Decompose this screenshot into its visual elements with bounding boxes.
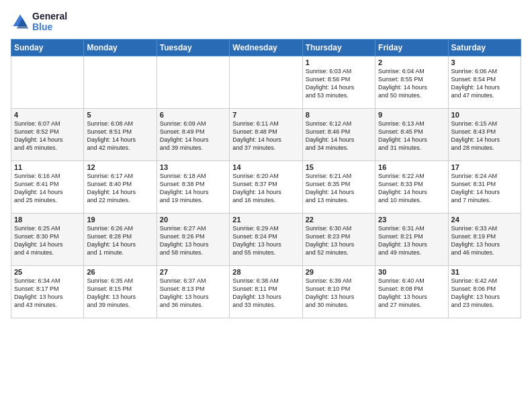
day-number: 25 — [14, 268, 81, 276]
cell-text: Sunrise: 6:24 AM Sunset: 8:31 PM Dayligh… — [451, 172, 518, 205]
header-row: General Blue — [11, 11, 521, 32]
cell-text: Sunrise: 6:39 AM Sunset: 8:10 PM Dayligh… — [306, 277, 372, 310]
cell-text: Sunrise: 6:13 AM Sunset: 8:45 PM Dayligh… — [378, 120, 445, 152]
day-number: 1 — [306, 58, 372, 66]
cell-text: Sunrise: 6:09 AM Sunset: 8:49 PM Dayligh… — [160, 120, 226, 152]
cell-text: Sunrise: 6:22 AM Sunset: 8:33 PM Dayligh… — [378, 172, 445, 205]
cell-text: Sunrise: 6:12 AM Sunset: 8:46 PM Dayligh… — [306, 120, 372, 152]
calendar-cell: 25Sunrise: 6:34 AM Sunset: 8:17 PM Dayli… — [11, 266, 84, 318]
calendar-cell: 3Sunrise: 6:06 AM Sunset: 8:54 PM Daylig… — [448, 56, 521, 109]
header-row-days: SundayMondayTuesdayWednesdayThursdayFrid… — [11, 40, 521, 56]
day-number: 11 — [14, 163, 81, 171]
week-row-2: 4Sunrise: 6:07 AM Sunset: 8:52 PM Daylig… — [11, 109, 521, 161]
week-row-5: 25Sunrise: 6:34 AM Sunset: 8:17 PM Dayli… — [11, 266, 521, 318]
calendar-cell: 23Sunrise: 6:31 AM Sunset: 8:21 PM Dayli… — [375, 214, 448, 266]
week-row-4: 18Sunrise: 6:25 AM Sunset: 8:30 PM Dayli… — [11, 214, 521, 266]
day-number: 27 — [160, 268, 226, 276]
cell-text: Sunrise: 6:17 AM Sunset: 8:40 PM Dayligh… — [87, 172, 153, 205]
cell-text: Sunrise: 6:40 AM Sunset: 8:08 PM Dayligh… — [378, 277, 445, 310]
cell-text: Sunrise: 6:34 AM Sunset: 8:17 PM Dayligh… — [14, 277, 81, 310]
header-monday: Monday — [84, 40, 157, 56]
calendar-cell: 18Sunrise: 6:25 AM Sunset: 8:30 PM Dayli… — [11, 214, 84, 266]
calendar-cell: 26Sunrise: 6:35 AM Sunset: 8:15 PM Dayli… — [84, 266, 157, 318]
calendar-cell: 7Sunrise: 6:11 AM Sunset: 8:48 PM Daylig… — [230, 109, 302, 161]
calendar-cell: 12Sunrise: 6:17 AM Sunset: 8:40 PM Dayli… — [84, 161, 157, 214]
day-number: 8 — [306, 111, 372, 119]
calendar-cell: 20Sunrise: 6:27 AM Sunset: 8:26 PM Dayli… — [157, 214, 229, 266]
cell-text: Sunrise: 6:27 AM Sunset: 8:26 PM Dayligh… — [160, 224, 226, 257]
day-number: 22 — [306, 216, 372, 224]
calendar-cell: 17Sunrise: 6:24 AM Sunset: 8:31 PM Dayli… — [448, 161, 521, 214]
cell-text: Sunrise: 6:30 AM Sunset: 8:23 PM Dayligh… — [306, 224, 372, 257]
day-number: 13 — [160, 163, 226, 171]
cell-text: Sunrise: 6:03 AM Sunset: 8:56 PM Dayligh… — [306, 67, 372, 100]
cell-text: Sunrise: 6:07 AM Sunset: 8:52 PM Dayligh… — [14, 120, 81, 152]
calendar-cell: 8Sunrise: 6:12 AM Sunset: 8:46 PM Daylig… — [302, 109, 375, 161]
day-number: 18 — [14, 216, 81, 224]
day-number: 12 — [87, 163, 153, 171]
cell-text: Sunrise: 6:08 AM Sunset: 8:51 PM Dayligh… — [87, 120, 153, 152]
cell-text: Sunrise: 6:20 AM Sunset: 8:37 PM Dayligh… — [232, 172, 299, 205]
day-number: 23 — [378, 216, 445, 224]
day-number: 24 — [451, 216, 518, 224]
calendar-table: SundayMondayTuesdayWednesdayThursdayFrid… — [11, 39, 521, 318]
cell-text: Sunrise: 6:18 AM Sunset: 8:38 PM Dayligh… — [160, 172, 226, 205]
calendar-cell: 15Sunrise: 6:21 AM Sunset: 8:35 PM Dayli… — [302, 161, 375, 214]
header-friday: Friday — [375, 40, 448, 56]
header-wednesday: Wednesday — [230, 40, 302, 56]
cell-text: Sunrise: 6:06 AM Sunset: 8:54 PM Dayligh… — [451, 67, 518, 100]
calendar-cell: 31Sunrise: 6:42 AM Sunset: 8:06 PM Dayli… — [448, 266, 521, 318]
calendar-cell: 14Sunrise: 6:20 AM Sunset: 8:37 PM Dayli… — [230, 161, 302, 214]
cell-text: Sunrise: 6:25 AM Sunset: 8:30 PM Dayligh… — [14, 224, 81, 257]
week-row-1: 1Sunrise: 6:03 AM Sunset: 8:56 PM Daylig… — [11, 56, 521, 109]
day-number: 15 — [306, 163, 372, 171]
day-number: 17 — [451, 163, 518, 171]
day-number: 16 — [378, 163, 445, 171]
calendar-cell: 11Sunrise: 6:16 AM Sunset: 8:41 PM Dayli… — [11, 161, 84, 214]
calendar-cell: 29Sunrise: 6:39 AM Sunset: 8:10 PM Dayli… — [302, 266, 375, 318]
cell-text: Sunrise: 6:16 AM Sunset: 8:41 PM Dayligh… — [14, 172, 81, 205]
header-tuesday: Tuesday — [157, 40, 229, 56]
day-number: 10 — [451, 111, 518, 119]
cell-text: Sunrise: 6:21 AM Sunset: 8:35 PM Dayligh… — [306, 172, 372, 205]
day-number: 9 — [378, 111, 445, 119]
day-number: 29 — [306, 268, 372, 276]
day-number: 3 — [451, 58, 518, 66]
cell-text: Sunrise: 6:26 AM Sunset: 8:28 PM Dayligh… — [87, 224, 153, 257]
day-number: 2 — [378, 58, 445, 66]
cell-text: Sunrise: 6:42 AM Sunset: 8:06 PM Dayligh… — [451, 277, 518, 310]
calendar-cell: 10Sunrise: 6:15 AM Sunset: 8:43 PM Dayli… — [448, 109, 521, 161]
calendar-cell: 5Sunrise: 6:08 AM Sunset: 8:51 PM Daylig… — [84, 109, 157, 161]
cell-text: Sunrise: 6:04 AM Sunset: 8:55 PM Dayligh… — [378, 67, 445, 100]
day-number: 7 — [232, 111, 299, 119]
cell-text: Sunrise: 6:33 AM Sunset: 8:19 PM Dayligh… — [451, 224, 518, 257]
day-number: 14 — [232, 163, 299, 171]
day-number: 6 — [160, 111, 226, 119]
cell-text: Sunrise: 6:38 AM Sunset: 8:11 PM Dayligh… — [232, 277, 299, 310]
logo-icon — [11, 12, 30, 31]
day-number: 21 — [232, 216, 299, 224]
calendar-cell: 16Sunrise: 6:22 AM Sunset: 8:33 PM Dayli… — [375, 161, 448, 214]
day-number: 31 — [451, 268, 518, 276]
day-number: 28 — [232, 268, 299, 276]
cell-text: Sunrise: 6:37 AM Sunset: 8:13 PM Dayligh… — [160, 277, 226, 310]
calendar-cell: 9Sunrise: 6:13 AM Sunset: 8:45 PM Daylig… — [375, 109, 448, 161]
calendar-cell: 2Sunrise: 6:04 AM Sunset: 8:55 PM Daylig… — [375, 56, 448, 109]
header-sunday: Sunday — [11, 40, 84, 56]
calendar-cell: 19Sunrise: 6:26 AM Sunset: 8:28 PM Dayli… — [84, 214, 157, 266]
calendar-cell: 1Sunrise: 6:03 AM Sunset: 8:56 PM Daylig… — [302, 56, 375, 109]
calendar-cell: 13Sunrise: 6:18 AM Sunset: 8:38 PM Dayli… — [157, 161, 229, 214]
logo-text: General Blue — [32, 11, 67, 32]
calendar-cell — [11, 56, 84, 109]
calendar-cell: 21Sunrise: 6:29 AM Sunset: 8:24 PM Dayli… — [230, 214, 302, 266]
calendar-cell: 30Sunrise: 6:40 AM Sunset: 8:08 PM Dayli… — [375, 266, 448, 318]
calendar-cell: 6Sunrise: 6:09 AM Sunset: 8:49 PM Daylig… — [157, 109, 229, 161]
cell-text: Sunrise: 6:35 AM Sunset: 8:15 PM Dayligh… — [87, 277, 153, 310]
calendar-cell: 28Sunrise: 6:38 AM Sunset: 8:11 PM Dayli… — [230, 266, 302, 318]
calendar-cell: 24Sunrise: 6:33 AM Sunset: 8:19 PM Dayli… — [448, 214, 521, 266]
header-saturday: Saturday — [448, 40, 521, 56]
calendar-cell: 4Sunrise: 6:07 AM Sunset: 8:52 PM Daylig… — [11, 109, 84, 161]
page: General Blue SundayMondayTuesdayWednesda… — [0, 0, 532, 325]
cell-text: Sunrise: 6:15 AM Sunset: 8:43 PM Dayligh… — [451, 120, 518, 152]
calendar-cell: 22Sunrise: 6:30 AM Sunset: 8:23 PM Dayli… — [302, 214, 375, 266]
